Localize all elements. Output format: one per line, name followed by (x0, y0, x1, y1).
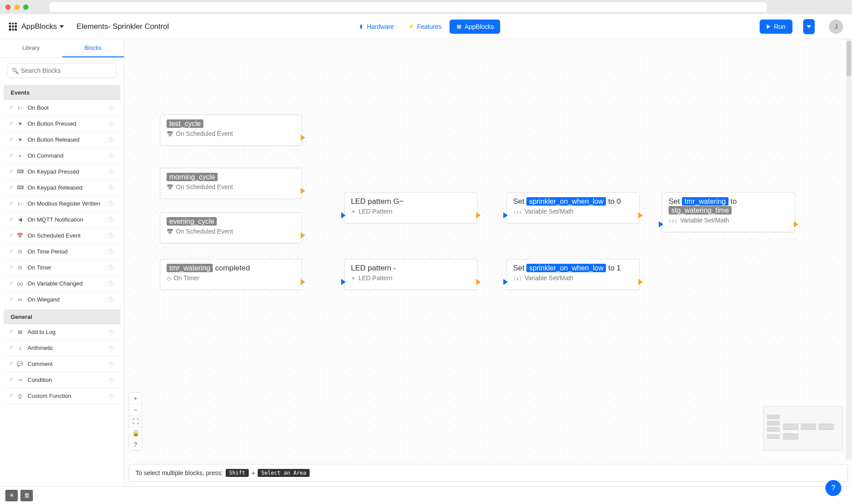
drag-icon: ⠿ (10, 249, 12, 254)
node-subtype: LED Pattern (358, 208, 392, 215)
input-port[interactable] (503, 212, 508, 218)
help-icon[interactable]: ? (108, 377, 114, 383)
block-item-on-timer[interactable]: ⠿◷On Timer? (4, 260, 120, 276)
block-item-custom-function[interactable]: ⠿{}Custom Function? (4, 388, 120, 404)
block-item-on-boot[interactable]: ⠿▷On Boot? (4, 100, 120, 116)
run-dropdown[interactable] (803, 19, 815, 34)
help-icon[interactable]: ? (108, 345, 114, 351)
braces-icon: {} (17, 393, 23, 399)
output-port[interactable] (301, 188, 305, 194)
node-set-sprinkler-0[interactable]: Set sprinkler_on_when_low to 0 Variable … (506, 192, 640, 223)
sidebar-tab-library[interactable]: Library (0, 39, 62, 57)
maximize-window-icon[interactable] (23, 4, 28, 10)
help-icon[interactable]: ? (108, 265, 114, 271)
zoom-in-button[interactable]: + (129, 393, 142, 404)
node-set-tmr[interactable]: Set tmr_watering to stg_watering_time Va… (662, 192, 795, 232)
help-icon[interactable]: ? (108, 393, 114, 399)
drag-icon: ⠿ (10, 153, 12, 158)
output-port[interactable] (476, 279, 481, 285)
help-icon[interactable]: ? (108, 249, 114, 255)
node-led-pattern-g[interactable]: LED pattern G~ LED Pattern (344, 192, 478, 223)
help-button[interactable]: ? (129, 439, 142, 450)
block-item-on-time-period[interactable]: ⠿◷On Time Period? (4, 244, 120, 260)
close-window-icon[interactable] (5, 4, 11, 10)
tab-hardware[interactable]: Hardware (352, 20, 400, 34)
block-item-on-keypad-pressed[interactable]: ⠿⌨On Keypad Pressed? (4, 164, 120, 180)
node-set-sprinkler-1[interactable]: Set sprinkler_on_when_low to 1 Variable … (506, 259, 640, 290)
drag-icon: ⠿ (10, 233, 12, 238)
block-item-on-modbus[interactable]: ⠿▷On Modbus Register Written? (4, 196, 120, 212)
help-icon[interactable]: ? (108, 137, 114, 143)
block-item-on-mqtt[interactable]: ⠿◀On MQTT Notification? (4, 212, 120, 228)
node-tmr-watering[interactable]: tmr_watering completed On Timer (160, 259, 302, 290)
node-value: 0 (617, 197, 621, 206)
url-bar[interactable] (50, 2, 767, 12)
input-port[interactable] (659, 221, 663, 227)
clock-icon (167, 274, 171, 282)
output-port[interactable] (638, 279, 643, 285)
output-port[interactable] (301, 279, 305, 285)
block-item-on-scheduled[interactable]: ⠿📅On Scheduled Event? (4, 228, 120, 244)
block-item-on-wiegand[interactable]: ⠿▭On Wiegand? (4, 292, 120, 308)
block-item-add-log[interactable]: ⠿▤Add to Log? (4, 324, 120, 340)
help-icon[interactable]: ? (108, 297, 114, 303)
help-icon[interactable]: ? (108, 361, 114, 367)
kbd-shift: Shift (226, 469, 249, 477)
tab-appblocks[interactable]: AppBlocks (450, 20, 500, 34)
search-input[interactable] (7, 63, 117, 78)
node-text: to (606, 197, 617, 206)
tab-features[interactable]: Features (402, 20, 448, 34)
input-port[interactable] (503, 279, 508, 285)
help-icon[interactable]: ? (108, 281, 114, 287)
block-item-on-keypad-released[interactable]: ⠿⌨On Keypad Released? (4, 180, 120, 196)
lock-button[interactable]: 🔒 (129, 427, 142, 439)
node-text: to (729, 197, 737, 206)
hint-bar: To select multiple blocks, press: Shift … (129, 464, 848, 482)
help-icon[interactable]: ? (108, 153, 114, 159)
output-port[interactable] (638, 212, 643, 218)
node-evening-cycle[interactable]: evening_cycle On Scheduled Event (160, 212, 302, 243)
node-morning-cycle[interactable]: morning_cycle On Scheduled Event (160, 168, 302, 199)
node-variable: stg_watering_time (669, 206, 732, 214)
minimize-window-icon[interactable] (14, 4, 20, 10)
scrollbar[interactable] (846, 39, 852, 460)
zoom-out-button[interactable]: − (129, 404, 142, 416)
drag-icon: ⠿ (10, 377, 12, 382)
help-icon[interactable]: ? (108, 121, 114, 127)
run-button[interactable]: Run (760, 20, 792, 34)
minimap[interactable] (763, 406, 843, 451)
help-icon[interactable]: ? (108, 233, 114, 239)
block-item-on-variable-changed[interactable]: ⠿(x)On Variable Changed? (4, 276, 120, 292)
node-text: Set (669, 197, 682, 206)
fit-button[interactable]: ⛶ (129, 416, 142, 427)
block-item-on-command[interactable]: ⠿▪On Command? (4, 148, 120, 164)
help-icon[interactable]: ? (108, 185, 114, 191)
output-port[interactable] (476, 212, 481, 218)
output-port[interactable] (301, 232, 305, 238)
apps-grid-icon[interactable] (9, 23, 17, 31)
node-led-pattern-dash[interactable]: LED pattern - LED Pattern (344, 259, 478, 290)
run-label: Run (774, 23, 785, 30)
help-icon[interactable]: ? (108, 169, 114, 175)
app-menu[interactable]: AppBlocks (9, 22, 64, 31)
help-icon[interactable]: ? (108, 217, 114, 223)
canvas[interactable]: test_cycle On Scheduled Event morning_cy… (124, 39, 852, 486)
output-port[interactable] (794, 221, 798, 227)
node-subtype: Variable Set/Math (680, 217, 729, 224)
help-icon[interactable]: ? (108, 201, 114, 207)
sidebar-tab-blocks[interactable]: Blocks (62, 39, 124, 57)
block-item-condition[interactable]: ⠿⤙Condition? (4, 372, 120, 388)
output-port[interactable] (301, 135, 305, 141)
block-item-on-button-pressed[interactable]: ⠿➤On Button Pressed? (4, 116, 120, 132)
help-icon[interactable]: ? (108, 105, 114, 111)
node-title-suffix: completed (213, 264, 250, 272)
block-item-arithmetic[interactable]: ⠿√Arithmetic? (4, 340, 120, 356)
block-item-on-button-released[interactable]: ⠿➤On Button Released? (4, 132, 120, 148)
node-test-cycle[interactable]: test_cycle On Scheduled Event (160, 115, 302, 146)
input-port[interactable] (341, 212, 346, 218)
help-icon[interactable]: ? (108, 329, 114, 335)
avatar[interactable]: J (829, 20, 843, 34)
block-item-comment[interactable]: ⠿💬Comment? (4, 356, 120, 372)
keypad-icon: ⌨ (17, 185, 23, 190)
input-port[interactable] (341, 279, 346, 285)
